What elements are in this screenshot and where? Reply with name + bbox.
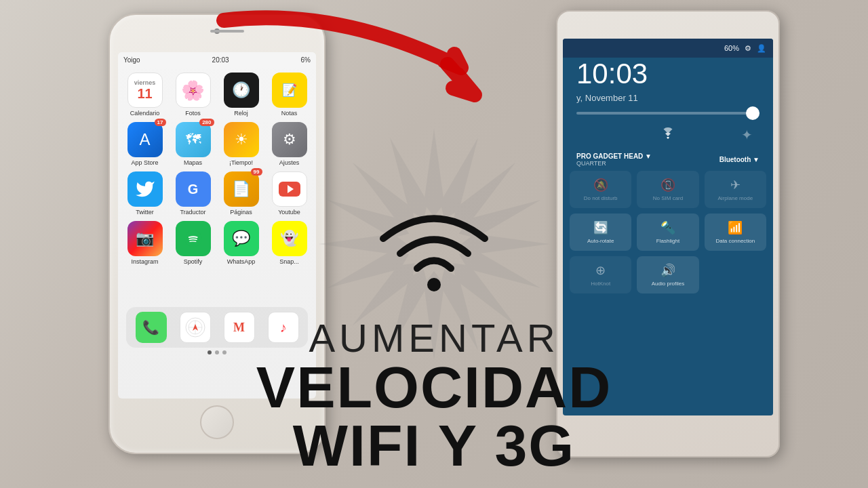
android-quick-tiles: 🔕 Do not disturb 📵 No SIM card ✈ Airplan… (570, 171, 766, 293)
brightness-thumb[interactable] (746, 106, 760, 120)
android-device: 60% ⚙ 👤 10:03 y, November 11 ✦ (556, 10, 780, 458)
tile-data-connection[interactable]: 📶 Data connection (705, 214, 766, 251)
app-appstore[interactable]: A 17 App Store (123, 122, 166, 166)
svg-marker-15 (435, 265, 487, 354)
app-label-calendario: Calendario (130, 110, 160, 117)
app-paginas[interactable]: 📄 99 Páginas (220, 171, 262, 216)
android-wifi-icon (658, 127, 677, 146)
airplane-icon: ✈ (730, 178, 741, 192)
tile-label-data-connection: Data connection (715, 238, 755, 244)
app-label-tiempo: ¡Tiempo! (229, 159, 253, 166)
network-sub: QUARTER (576, 160, 652, 167)
app-twitter[interactable]: Twitter (123, 171, 166, 216)
scene: Yoigo 20:03 6% viernes 11 Calendario 🌸 F… (0, 0, 868, 488)
audio-profiles-icon: 🔊 (660, 263, 675, 278)
iphone-screen: Yoigo 20:03 6% viernes 11 Calendario 🌸 F… (118, 52, 316, 399)
app-mapas[interactable]: 🗺 280 Mapas (172, 122, 214, 166)
badge-appstore: 17 (155, 119, 166, 126)
app-whatsapp[interactable]: 💬 WhatsApp (220, 221, 262, 265)
svg-marker-10 (446, 155, 523, 232)
app-label-ajustes: Ajustes (279, 159, 300, 166)
app-label-youtube: Youtube (278, 209, 300, 216)
starburst-decoration (315, 125, 553, 363)
cal-day-name: viernes (134, 79, 156, 86)
app-label-reloj: Reloj (234, 110, 248, 117)
svg-marker-8 (424, 129, 444, 217)
app-label-appstore: App Store (131, 159, 158, 166)
tile-label-no-sim: No SIM card (653, 195, 683, 201)
app-calendario[interactable]: viernes 11 Calendario (123, 73, 166, 117)
iphone-home-button[interactable] (200, 405, 234, 439)
flashlight-icon: 🔦 (660, 220, 675, 235)
android-bluetooth-icon: ✦ (741, 127, 753, 143)
svg-marker-9 (435, 134, 487, 223)
tile-airplane[interactable]: ✈ Airplane mode (705, 171, 766, 208)
dock-safari[interactable] (180, 312, 211, 343)
iphone-dock: 📞 M ♪ (126, 307, 308, 348)
app-label-fotos: Fotos (185, 110, 201, 117)
app-label-paginas: Páginas (230, 209, 252, 216)
app-label-whatsapp: WhatsApp (227, 258, 256, 265)
app-youtube[interactable]: Youtube (268, 171, 311, 216)
android-screen: 60% ⚙ 👤 10:03 y, November 11 ✦ (563, 39, 773, 415)
tile-no-sim[interactable]: 📵 No SIM card (637, 171, 698, 208)
android-date: y, November 11 (576, 93, 638, 103)
svg-marker-11 (455, 190, 545, 243)
tile-label-auto-rotate: Auto-rotate (587, 238, 614, 244)
android-battery: 60% (724, 44, 739, 52)
tile-auto-rotate[interactable]: 🔄 Auto-rotate (570, 214, 631, 251)
iphone-time: 20:03 (212, 56, 229, 64)
do-not-disturb-icon: 🔕 (593, 178, 608, 192)
app-instagram[interactable]: 📷 Instagram (123, 221, 166, 265)
app-ajustes[interactable]: ⚙ Ajustes (268, 122, 311, 166)
badge-mapas: 280 (199, 119, 214, 126)
svg-marker-22 (345, 155, 422, 232)
android-status-bar: 60% ⚙ 👤 (563, 39, 773, 58)
battery-label: 6% (301, 56, 311, 64)
app-notas[interactable]: 📝 Notas (268, 73, 311, 117)
bluetooth-row: Bluetooth ▼ (719, 156, 760, 163)
app-fotos[interactable]: 🌸 Fotos (172, 73, 214, 117)
app-snapchat[interactable]: 👻 Snap... (268, 221, 311, 265)
badge-paginas: 99 (251, 168, 262, 176)
iphone-status-bar: Yoigo 20:03 6% (118, 52, 316, 67)
no-sim-icon: 📵 (660, 178, 675, 192)
svg-marker-18 (345, 256, 422, 333)
iphone-device: Yoigo 20:03 6% viernes 11 Calendario 🌸 F… (108, 14, 326, 454)
wifi-symbol-overlay (359, 188, 509, 300)
android-time: 10:03 (576, 58, 648, 90)
hotknot-icon: ⊕ (595, 263, 606, 278)
app-traductor[interactable]: G Traductor (172, 171, 214, 216)
iphone-app-grid: viernes 11 Calendario 🌸 Fotos 🕐 Reloj 📝 … (118, 67, 316, 270)
dock-music[interactable]: ♪ (268, 312, 299, 343)
tile-label-do-not-disturb: Do not disturb (584, 195, 618, 201)
tile-hotknot[interactable]: ⊕ HotKnot (570, 256, 631, 293)
cal-day: 11 (137, 86, 152, 102)
svg-point-24 (427, 278, 441, 291)
dock-telefono[interactable]: 📞 (136, 312, 167, 343)
svg-marker-16 (424, 271, 444, 359)
app-spotify[interactable]: Spotify (172, 221, 214, 265)
svg-marker-17 (380, 265, 433, 354)
svg-marker-23 (380, 134, 433, 223)
app-tiempo[interactable]: ☀ ¡Tiempo! (220, 122, 262, 166)
page-dots (208, 350, 226, 354)
auto-rotate-icon: 🔄 (593, 220, 608, 235)
tile-flashlight[interactable]: 🔦 Flashlight (637, 214, 698, 251)
app-reloj[interactable]: 🕐 Reloj (220, 73, 262, 117)
iphone-speaker (210, 30, 244, 33)
app-label-instagram: Instagram (131, 258, 158, 265)
dot-3 (222, 350, 226, 354)
gear-icon: ⚙ (745, 44, 751, 53)
svg-marker-19 (323, 245, 413, 297)
tile-audio-profiles[interactable]: 🔊 Audio profiles (637, 256, 698, 293)
android-network-row: PRO GADGET HEAD ▼ QUARTER Bluetooth ▼ (576, 152, 760, 167)
tile-do-not-disturb[interactable]: 🔕 Do not disturb (570, 171, 631, 208)
dock-gmail[interactable]: M (224, 312, 255, 343)
dot-1 (208, 350, 212, 354)
svg-marker-13 (455, 245, 545, 297)
app-label-traductor: Traductor (180, 209, 205, 216)
app-label-snapchat: Snap... (279, 258, 299, 265)
svg-marker-12 (461, 234, 549, 254)
brightness-slider[interactable] (576, 112, 760, 115)
